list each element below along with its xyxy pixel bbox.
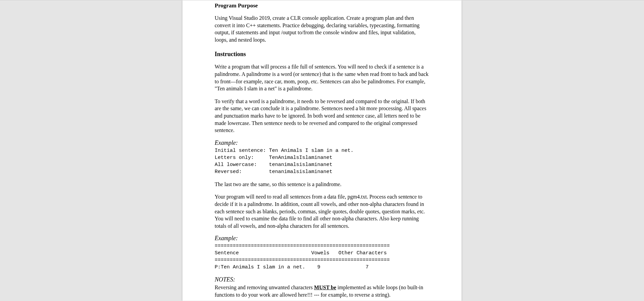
label-example-1: Example: xyxy=(215,139,429,146)
paragraph-instructions-4: Your program will need to read all sente… xyxy=(215,193,429,229)
label-notes: NOTES: xyxy=(215,276,429,283)
heading-instructions: Instructions xyxy=(215,51,429,58)
document-page: Program Purpose Using Visual Studio 2019… xyxy=(182,0,462,301)
code-example-2: ========================================… xyxy=(215,243,429,271)
notes-must-be: MUST be xyxy=(314,285,336,290)
paragraph-instructions-2: To verify that a word is a palindrome, i… xyxy=(215,98,429,134)
paragraph-notes-1: Reversing and removing unwanted characte… xyxy=(215,284,429,298)
document-viewport[interactable]: Program Purpose Using Visual Studio 2019… xyxy=(0,0,644,301)
paragraph-instructions-3: The last two are the same, so this sente… xyxy=(215,181,429,188)
notes-text-before: Reversing and removing unwanted characte… xyxy=(215,285,314,290)
heading-program-purpose: Program Purpose xyxy=(215,0,429,9)
label-example-2: Example: xyxy=(215,235,429,242)
code-example-1: Initial sentence: Ten Animals I slam in … xyxy=(215,147,429,175)
paragraph-purpose: Using Visual Studio 2019, create a CLR c… xyxy=(215,14,429,43)
paragraph-instructions-1: Write a program that will process a file… xyxy=(215,63,429,92)
